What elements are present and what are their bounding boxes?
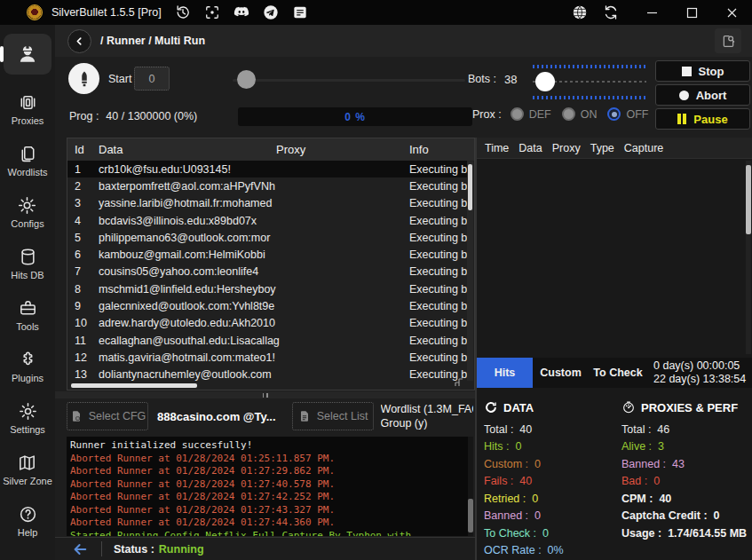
results-column-proxy[interactable]: Proxy [552, 142, 581, 154]
prox-radio-off[interactable]: OFF [607, 107, 648, 121]
resize-grip-icon[interactable] [454, 377, 463, 387]
table-row[interactable]: 1crb10k@fsu.edu:U093145!Executing b [67, 161, 467, 177]
silverbullet-logo-icon [27, 4, 43, 20]
proxies-stat-label: Banned : [621, 458, 666, 470]
sidebar-item-wordlists[interactable]: Wordlists [7, 144, 47, 177]
log-line: Aborted Runner at 01/28/2024 01:27:40.57… [70, 478, 468, 492]
table-row[interactable]: 2baxterpomfrett@aol.com:aHPyfVNhExecutin… [67, 177, 467, 194]
grid-vscroll-thumb[interactable] [468, 164, 472, 210]
grid-hscroll-thumb[interactable] [71, 383, 197, 388]
grid-column-data[interactable]: Data [99, 143, 276, 156]
grid-vertical-scrollbar[interactable] [467, 162, 473, 381]
data-stat-label: To Check : [484, 527, 536, 540]
minimize-button[interactable] [632, 0, 672, 25]
tab-to-check[interactable]: To Check [589, 358, 647, 388]
results-scrollbar[interactable] [746, 161, 751, 354]
history-icon[interactable] [174, 4, 192, 21]
grid-horizontal-scrollbar[interactable] [69, 383, 336, 388]
select-list-button[interactable]: Select List [292, 402, 374, 430]
results-column-time[interactable]: Time [485, 142, 509, 154]
data-stat-value: 40 [519, 475, 532, 487]
changelog-icon[interactable] [291, 4, 309, 21]
sidebar-item-silver-zone[interactable]: Silver Zone [3, 453, 52, 486]
table-row[interactable]: 9galecnnixed@outlook.com:Yvhl8t9eExecuti… [67, 297, 467, 314]
cell-id: 11 [67, 335, 99, 347]
grid-column-proxy[interactable]: Proxy [276, 143, 409, 156]
data-stat-to-check: To Check :0 [484, 525, 614, 542]
sidebar-item-label: Settings [10, 424, 45, 435]
data-stat-value: 0% [548, 544, 564, 556]
log-scrollbar[interactable] [468, 437, 473, 536]
table-row[interactable]: 7cousins05@yahoo.com:leonlife4Executing … [67, 264, 467, 280]
table-row[interactable]: 4bcdavis3@illinois.edu:x89bd07xExecuting… [67, 212, 467, 229]
sidebar-item-configs[interactable]: Configs [11, 195, 44, 229]
cell-info: Executing b [409, 335, 467, 347]
tab-custom[interactable]: Custom [533, 358, 589, 388]
sidebar-item-help[interactable]: Help [18, 504, 38, 538]
start-slider[interactable] [233, 79, 465, 82]
table-row[interactable]: 13doliantynacruhemley@outlook.comExecuti… [67, 367, 467, 382]
data-stat-total: Total :40 [484, 421, 614, 438]
table-row[interactable]: 12matis.gaviria@hotmail.com:mateo1!Execu… [67, 349, 467, 366]
table-row[interactable]: 6kambouz@gmail.com:HelmiKobbiExecuting b [67, 246, 467, 263]
globe-icon[interactable] [571, 4, 589, 21]
sidebar-item-runner[interactable] [4, 34, 51, 75]
table-row[interactable]: 5philippemano63@outlook.com:morExecuting… [67, 229, 467, 246]
proxies-stat-label: CPM : [621, 493, 653, 505]
cell-id: 9 [67, 300, 99, 312]
back-arrow-icon[interactable] [71, 540, 89, 558]
horizontal-splitter[interactable] [55, 391, 475, 398]
stop-button[interactable]: Stop [655, 60, 750, 82]
close-button[interactable] [712, 0, 752, 25]
discord-icon[interactable] [233, 4, 250, 21]
time-elapsed: 0 day(s) 00:00:05 [653, 359, 746, 373]
cell-data: galecnnixed@outlook.com:Yvhl8t9e [99, 300, 276, 312]
back-button[interactable] [67, 29, 91, 53]
start-slider-thumb[interactable] [237, 70, 256, 89]
telegram-icon[interactable] [262, 4, 280, 21]
proxies-stat-value: 46 [657, 423, 669, 436]
data-stat-ocr-rate: OCR Rate :0% [484, 542, 614, 560]
proxies-stat-value: 43 [672, 458, 685, 470]
cell-id: 3 [67, 197, 99, 209]
sidebar-item-plugins[interactable]: Plugins [12, 350, 44, 383]
cell-info: Executing b [409, 215, 467, 227]
capture-icon[interactable] [203, 4, 221, 21]
sidebar-item-settings[interactable]: Settings [10, 401, 45, 435]
results-column-data[interactable]: Data [518, 142, 542, 154]
data-stat-label: Hits : [484, 440, 509, 453]
sidebar-item-tools[interactable]: Tools [16, 298, 39, 332]
table-row[interactable]: 8mschmid1@linfield.edu:HersheyboyExecuti… [67, 280, 467, 297]
results-scroll-thumb[interactable] [746, 165, 751, 234]
data-stat-fails: Fails :40 [484, 473, 614, 491]
maximize-button[interactable] [672, 0, 712, 25]
sync-icon[interactable] [602, 4, 620, 21]
table-row[interactable]: 10adrew.hardy@utoledo.edu:Akh2010Executi… [67, 315, 467, 332]
log-line: Aborted Runner at 01/28/2024 01:27:44.36… [70, 517, 468, 530]
pause-button[interactable]: Pause [655, 108, 750, 130]
bots-slider-thumb[interactable] [535, 72, 555, 91]
data-stat-value: 0 [515, 440, 521, 453]
grid-column-id[interactable]: Id [67, 143, 99, 156]
prox-radio-def[interactable]: DEF [511, 107, 551, 121]
start-input[interactable] [134, 67, 170, 91]
sidebar-item-proxies[interactable]: Proxies [12, 92, 44, 126]
tab-hits[interactable]: Hits [477, 358, 533, 388]
grid-column-info[interactable]: Info [409, 143, 474, 156]
tools-icon [18, 298, 38, 319]
results-column-capture[interactable]: Capture [624, 142, 663, 154]
bots-slider[interactable] [533, 65, 646, 99]
silverbullet-window: SilverBullet 1.5.5 [Pro] ProxiesWordlist… [0, 0, 752, 560]
page-search-icon[interactable] [715, 28, 741, 53]
table-row[interactable]: 3yassine.laribi@hotmail.fr:mohamedExecut… [67, 195, 467, 212]
pause-icon [677, 114, 686, 124]
table-row[interactable]: 11ecallaghan@usouthal.edu:LisacallagExec… [67, 332, 467, 349]
select-cfg-button[interactable]: Select CFG [67, 402, 148, 430]
abort-button[interactable]: Abort [655, 84, 750, 106]
sidebar-item-hits-db[interactable]: Hits DB [11, 247, 44, 280]
prox-radio-on[interactable]: ON [562, 107, 598, 121]
log-scroll-thumb[interactable] [468, 499, 473, 532]
cell-id: 12 [67, 351, 99, 364]
prog-label: Prog : [69, 110, 99, 122]
results-column-type[interactable]: Type [590, 142, 614, 154]
